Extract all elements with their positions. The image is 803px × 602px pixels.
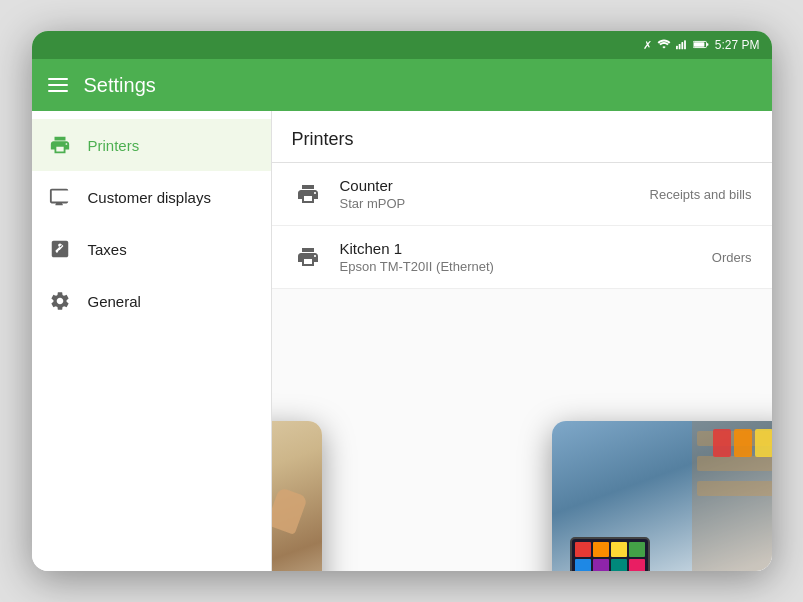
printer-kitchen-role: Orders [712,250,752,265]
svg-rect-6 [694,42,704,46]
svg-rect-1 [678,43,680,48]
printer-kitchen-model: Epson TM-T20II (Ethernet) [340,259,712,274]
sidebar-item-taxes-label: Taxes [88,241,127,258]
sidebar-item-customer-displays-label: Customer displays [88,189,211,206]
content-panel: Printers Counter Star mPOP Receipts and … [272,111,772,571]
svg-rect-0 [676,45,678,49]
photo-card-left [272,421,322,571]
main-content: Printers Customer displays [32,111,772,571]
svg-rect-2 [681,42,683,49]
printer-kitchen-name: Kitchen 1 [340,240,712,257]
photo-card-right [552,421,772,571]
app-bar-title: Settings [84,74,156,97]
sidebar-item-printers-label: Printers [88,137,140,154]
printer-counter-name: Counter [340,177,650,194]
device-frame: ✗ [32,31,772,571]
sidebar-item-general-label: General [88,293,141,310]
svg-rect-3 [684,40,686,49]
settings-icon [48,289,72,313]
signal-icon [676,39,688,52]
svg-rect-5 [706,43,708,45]
app-bar: Settings [32,59,772,111]
display-icon [48,185,72,209]
printer-kitchen-info: Kitchen 1 Epson TM-T20II (Ethernet) [340,240,712,274]
printer-item-kitchen[interactable]: Kitchen 1 Epson TM-T20II (Ethernet) Orde… [272,226,772,289]
bluetooth-icon: ✗ [643,39,652,52]
printer-counter-model: Star mPOP [340,196,650,211]
sidebar: Printers Customer displays [32,111,272,571]
status-time: 5:27 PM [715,38,760,52]
status-bar: ✗ [32,31,772,59]
panel-title: Printers [272,111,772,163]
sidebar-item-printers[interactable]: Printers [32,119,271,171]
sidebar-item-taxes[interactable]: Taxes [32,223,271,275]
sidebar-item-customer-displays[interactable]: Customer displays [32,171,271,223]
battery-icon [693,39,709,52]
printer-counter-role: Receipts and bills [650,187,752,202]
menu-icon[interactable] [48,78,68,92]
printer-item-counter[interactable]: Counter Star mPOP Receipts and bills [272,163,772,226]
printer-item-icon-counter [292,178,324,210]
wifi-icon [657,39,671,52]
printer-item-icon-kitchen [292,241,324,273]
sidebar-item-general[interactable]: General [32,275,271,327]
printer-counter-info: Counter Star mPOP [340,177,650,211]
status-icons: ✗ [643,39,709,52]
printer-list: Counter Star mPOP Receipts and bills Kit… [272,163,772,289]
printer-icon [48,133,72,157]
percent-icon [48,237,72,261]
svg-point-7 [58,250,62,254]
